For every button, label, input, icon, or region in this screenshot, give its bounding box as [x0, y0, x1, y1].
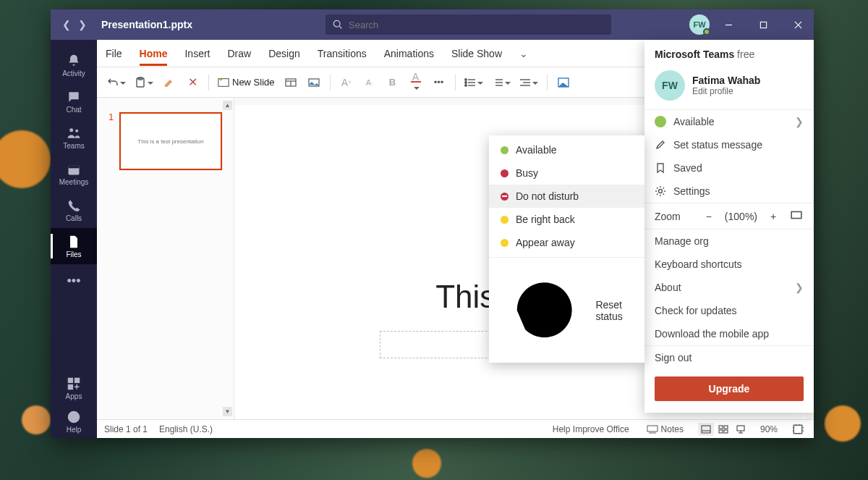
tab-home[interactable]: Home	[140, 42, 168, 65]
font-decrease[interactable]: A-	[359, 72, 380, 93]
svg-point-0	[333, 20, 340, 27]
undo-button[interactable]	[104, 72, 129, 93]
notes-icon	[647, 424, 658, 435]
designer-button[interactable]	[553, 72, 574, 93]
window-close[interactable]	[782, 9, 814, 40]
status-bar: Slide 1 of 1 English (U.S.) Help Improve…	[97, 419, 814, 438]
picture-button[interactable]	[304, 72, 324, 93]
clipboard-icon	[135, 77, 146, 88]
global-search-input[interactable]	[349, 20, 604, 30]
ribbon-overflow[interactable]: ⌄	[519, 42, 528, 65]
green-dot-icon	[501, 146, 509, 154]
status-busy[interactable]: Busy	[489, 161, 644, 185]
sidebar-item-meetings[interactable]: Meetings	[51, 156, 97, 192]
zoom-fullscreen[interactable]	[789, 209, 804, 223]
manage-org[interactable]: Manage org	[644, 230, 814, 253]
paste-button[interactable]	[132, 72, 156, 93]
presence-selector[interactable]: Available ❯	[644, 110, 814, 133]
notes-toggle[interactable]: Notes	[644, 424, 686, 435]
menu-label: Check for updates	[655, 305, 737, 316]
view-sorter[interactable]	[715, 423, 731, 436]
zoom-value[interactable]: 90%	[760, 424, 778, 434]
view-normal[interactable]	[698, 423, 714, 436]
status-away[interactable]: Appear away	[489, 231, 644, 254]
tab-insert[interactable]: Insert	[184, 42, 210, 65]
set-status-message[interactable]: Set status message	[644, 133, 814, 156]
tab-slideshow[interactable]: Slide Show	[451, 42, 502, 65]
view-sorter-icon	[718, 424, 728, 434]
help-improve-office[interactable]: Help Improve Office	[550, 424, 632, 434]
font-increase[interactable]: A+	[336, 72, 357, 93]
svg-rect-45	[737, 426, 744, 431]
check-updates[interactable]: Check for updates	[644, 299, 814, 322]
fit-to-window[interactable]	[789, 424, 807, 435]
svg-point-7	[75, 129, 78, 132]
sidebar-item-help[interactable]: Help	[51, 405, 97, 438]
tab-animations[interactable]: Animations	[384, 42, 434, 65]
status-dnd[interactable]: Do not disturb	[489, 185, 644, 208]
chat-icon	[67, 90, 81, 104]
slide-thumbnail-1[interactable]: This is a test presentation	[119, 112, 222, 170]
bookmark-icon	[655, 162, 666, 174]
sidebar-item-calls[interactable]: Calls	[51, 192, 97, 228]
tab-draw[interactable]: Draw	[227, 42, 251, 65]
view-reading[interactable]	[733, 423, 749, 436]
delete-button[interactable]: ✕	[182, 72, 203, 93]
zoom-in[interactable]: +	[766, 211, 780, 222]
svg-point-6	[69, 128, 73, 132]
bullets-button[interactable]	[461, 72, 486, 93]
sidebar-item-activity[interactable]: Activity	[51, 47, 97, 83]
new-slide-icon	[218, 77, 229, 88]
tab-transitions[interactable]: Transitions	[318, 42, 367, 65]
bold-button[interactable]: B	[383, 72, 403, 93]
status-brb[interactable]: Be right back	[489, 208, 644, 231]
nav-forward[interactable]: ❯	[77, 19, 88, 30]
yellow-dot-icon	[501, 216, 509, 224]
svg-point-26	[464, 81, 466, 83]
svg-rect-39	[702, 426, 710, 433]
global-search[interactable]	[326, 14, 611, 35]
menu-label: Set status message	[673, 139, 762, 151]
tab-design[interactable]: Design	[268, 42, 300, 65]
zoom-out[interactable]: −	[702, 211, 716, 222]
edit-profile-link[interactable]: Edit profile	[692, 86, 760, 96]
fullscreen-icon	[791, 209, 802, 221]
title-bar: ❮ ❯ Presentation1.pptx FW	[51, 9, 814, 40]
layout-button[interactable]	[281, 72, 301, 93]
font-color[interactable]: A	[406, 72, 426, 93]
profile-avatar[interactable]: FW	[689, 14, 710, 35]
settings-menu[interactable]: Settings	[644, 180, 814, 203]
saved-menu[interactable]: Saved	[644, 156, 814, 180]
tab-file[interactable]: File	[106, 42, 122, 65]
sidebar-item-teams[interactable]: Teams	[51, 119, 97, 156]
status-label: Reset status	[595, 299, 633, 322]
about-menu[interactable]: About❯	[644, 276, 814, 299]
format-painter[interactable]	[159, 72, 179, 93]
sidebar-item-files[interactable]: Files	[51, 228, 97, 264]
menu-label: Keyboard shortcuts	[655, 258, 742, 270]
status-language[interactable]: English (U.S.)	[159, 424, 213, 434]
sidebar-more[interactable]: •••	[51, 264, 97, 298]
upgrade-button[interactable]: Upgrade	[655, 376, 804, 401]
thumb-scroll-down[interactable]: ▼	[223, 407, 232, 416]
indent-button[interactable]	[516, 72, 541, 93]
sidebar-item-chat[interactable]: Chat	[51, 83, 97, 119]
window-maximize[interactable]	[747, 9, 779, 40]
more-font[interactable]: •••	[429, 72, 449, 93]
keyboard-shortcuts[interactable]: Keyboard shortcuts	[644, 253, 814, 276]
sidebar-label: Chat	[66, 106, 81, 114]
svg-rect-43	[719, 430, 723, 433]
sidebar-item-apps[interactable]: Apps	[51, 371, 97, 405]
sign-out[interactable]: Sign out	[644, 346, 814, 369]
menu-label: Sign out	[655, 352, 692, 363]
numbering-button[interactable]	[489, 72, 514, 93]
status-reset[interactable]: Reset status	[489, 261, 644, 360]
svg-rect-50	[791, 211, 801, 218]
status-available[interactable]: Available	[489, 138, 644, 161]
download-mobile[interactable]: Download the mobile app	[644, 322, 814, 345]
bell-icon	[67, 54, 81, 68]
thumb-scroll-up[interactable]: ▲	[223, 101, 232, 110]
new-slide-button[interactable]: New Slide	[215, 72, 278, 93]
nav-back[interactable]: ❮	[61, 19, 72, 30]
window-minimize[interactable]	[712, 9, 744, 40]
